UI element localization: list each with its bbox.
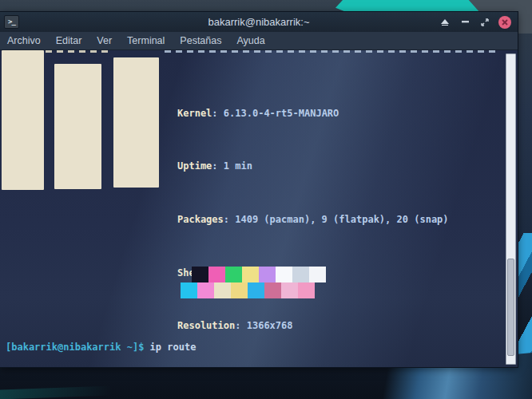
info-value: 1409 (pacman), 9 (flatpak), 20 (snap) bbox=[235, 214, 448, 225]
minimize-button[interactable] bbox=[459, 16, 471, 29]
close-button[interactable] bbox=[498, 16, 511, 29]
maximize-button[interactable] bbox=[478, 16, 491, 29]
info-value: 6.13.0-4-rt5-MANJARO bbox=[224, 108, 339, 119]
manjaro-logo-bar bbox=[2, 50, 44, 190]
terminal-window: >_ bakarrik@nibakarrik:~ Archivo Editar … bbox=[0, 12, 518, 367]
palette-swatch bbox=[298, 282, 315, 298]
palette-swatch bbox=[309, 267, 326, 282]
clipped-separator-dashes bbox=[165, 50, 500, 53]
menu-item-pestanas[interactable]: Pestañas bbox=[180, 35, 221, 46]
shell-history: [bakarrik@nibakarrik ~]$ ip route defaul… bbox=[6, 314, 450, 367]
info-line: Uptime: 1 min bbox=[177, 160, 449, 173]
palette-swatch bbox=[242, 267, 259, 282]
color-palette-row-2 bbox=[181, 282, 315, 298]
titlebar[interactable]: >_ bakarrik@nibakarrik:~ bbox=[0, 12, 518, 32]
palette-swatch bbox=[276, 267, 292, 282]
menu-item-ver[interactable]: Ver bbox=[97, 35, 112, 46]
clipped-separator-dashes bbox=[46, 50, 111, 53]
shade-button[interactable] bbox=[439, 16, 451, 29]
command-text: ip route bbox=[144, 342, 196, 353]
scrollbar-track[interactable] bbox=[506, 53, 516, 365]
menu-item-editar[interactable]: Editar bbox=[56, 35, 82, 46]
manjaro-logo-bar bbox=[113, 57, 159, 188]
info-key: Packages bbox=[177, 214, 224, 225]
palette-swatch bbox=[225, 267, 242, 282]
info-line: Packages: 1409 (pacman), 9 (flatpak), 20… bbox=[177, 213, 449, 227]
terminal-screen[interactable]: Kernel: 6.13.0-4-rt5-MANJARO Uptime: 1 m… bbox=[0, 50, 518, 367]
palette-swatch bbox=[181, 282, 197, 298]
palette-swatch bbox=[192, 267, 208, 282]
palette-swatch bbox=[264, 282, 281, 298]
color-palette-row-1 bbox=[192, 267, 326, 282]
palette-swatch bbox=[208, 267, 225, 282]
info-key: Kernel bbox=[177, 108, 212, 119]
palette-swatch bbox=[292, 267, 309, 282]
palette-swatch bbox=[214, 282, 231, 298]
palette-swatch bbox=[259, 267, 276, 282]
manjaro-logo-bar bbox=[54, 64, 101, 189]
menubar: Archivo Editar Ver Terminal Pestañas Ayu… bbox=[0, 32, 518, 50]
info-line: Kernel: 6.13.0-4-rt5-MANJARO bbox=[177, 107, 449, 120]
menu-item-terminal[interactable]: Terminal bbox=[127, 35, 165, 46]
info-value: 1 min bbox=[224, 160, 252, 172]
menu-item-ayuda[interactable]: Ayuda bbox=[236, 35, 264, 46]
palette-swatch bbox=[248, 282, 264, 298]
palette-swatch bbox=[231, 282, 248, 298]
palette-swatch bbox=[281, 282, 298, 298]
command-line: [bakarrik@nibakarrik ~]$ ip route bbox=[6, 341, 450, 354]
menu-item-archivo[interactable]: Archivo bbox=[7, 35, 41, 46]
scrollbar-thumb[interactable] bbox=[507, 259, 514, 356]
info-key: Uptime bbox=[177, 160, 212, 172]
wallpaper-teal-streak bbox=[0, 386, 112, 399]
prompt-label: [bakarrik@nibakarrik ~]$ bbox=[6, 342, 144, 353]
palette-swatch bbox=[197, 282, 214, 298]
